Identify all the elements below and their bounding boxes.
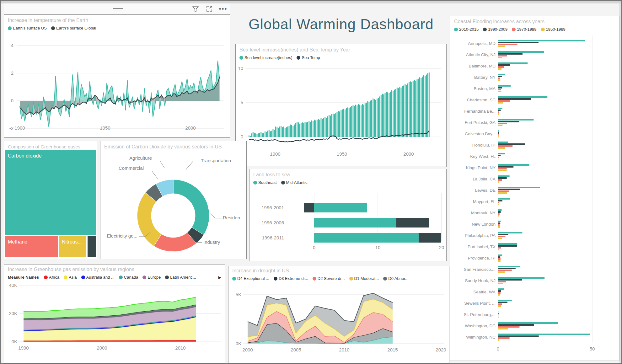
land-loss-bar[interactable] [396, 218, 429, 228]
sea-level-bar[interactable] [289, 126, 290, 137]
flooding-bar[interactable] [498, 85, 511, 87]
sea-level-bar[interactable] [262, 133, 263, 137]
legend-item[interactable]: Earth's surface US [8, 26, 47, 30]
legend-item[interactable]: Southeast [253, 180, 277, 185]
filter-icon[interactable] [191, 5, 200, 13]
sea-level-bar[interactable] [283, 126, 284, 137]
sea-level-bar[interactable] [254, 133, 255, 137]
flooding-bar[interactable] [498, 177, 507, 179]
land-loss-bar[interactable] [314, 218, 396, 228]
sea-level-bar[interactable] [255, 133, 256, 137]
flooding-bar[interactable] [498, 236, 505, 237]
sea-level-bar[interactable] [351, 106, 352, 137]
donut-slice[interactable] [173, 179, 209, 235]
sea-level-bar[interactable] [391, 90, 392, 137]
sea-level-bar[interactable] [331, 114, 332, 137]
flooding-bar[interactable] [498, 226, 500, 228]
sea-level-bar[interactable] [422, 77, 423, 137]
sea-level-bar[interactable] [305, 122, 306, 137]
sea-level-bar[interactable] [367, 101, 368, 137]
legend-item[interactable]: Asia [64, 275, 77, 280]
flooding-bar[interactable] [498, 76, 502, 77]
sea-level-bar[interactable] [401, 88, 402, 137]
sea-level-bar[interactable] [427, 73, 428, 137]
sea-level-bar[interactable] [327, 116, 328, 137]
flooding-bar[interactable] [498, 42, 539, 43]
flooding-bar[interactable] [498, 200, 502, 201]
sea-level-bar[interactable] [385, 93, 386, 137]
flooding-bar[interactable] [498, 132, 499, 134]
sea-level-bar[interactable] [405, 84, 405, 137]
flooding-bar[interactable] [498, 256, 500, 258]
flooding-bar[interactable] [498, 270, 512, 271]
flooding-bar[interactable] [498, 79, 500, 81]
flooding-bar[interactable] [498, 245, 517, 247]
more-options-icon[interactable]: ••• [219, 5, 227, 13]
flooding-bar[interactable] [498, 170, 507, 171]
legend-item[interactable]: D3 Extreme dr... [274, 276, 308, 281]
flooding-bar[interactable] [498, 279, 522, 281]
sea-level-bar[interactable] [362, 104, 363, 137]
flooding-bar[interactable] [498, 328, 508, 329]
sea-level-bar[interactable] [308, 121, 309, 137]
sea-level-bar[interactable] [366, 103, 367, 137]
sea-level-bar-chart[interactable]: 0510190019502000 [236, 60, 446, 163]
flooding-bar[interactable] [498, 254, 502, 256]
sea-level-bar[interactable] [292, 126, 293, 137]
flooding-bar[interactable] [498, 100, 510, 102]
flooding-bar[interactable] [498, 108, 502, 109]
flooding-bar[interactable] [498, 157, 499, 158]
sea-level-bar[interactable] [278, 128, 279, 137]
co2-sectors-donut-chart[interactable]: TransportationResiden...IndustryElectric… [100, 150, 246, 258]
flooding-bar[interactable] [498, 121, 519, 122]
land-loss-bar[interactable] [304, 203, 314, 212]
sea-level-bar[interactable] [258, 133, 259, 137]
sea-level-bar[interactable] [409, 82, 410, 137]
flooding-bar[interactable] [498, 300, 512, 301]
flooding-bar[interactable] [498, 313, 499, 314]
flooding-bar[interactable] [498, 288, 504, 290]
sea-level-bar[interactable] [306, 122, 307, 137]
flooding-bar[interactable] [498, 198, 510, 200]
sea-level-bar[interactable] [358, 104, 359, 137]
sea-level-bar[interactable] [417, 79, 418, 137]
flooding-bar[interactable] [498, 266, 520, 267]
legend-item[interactable]: Africa [44, 275, 59, 280]
flooding-bar[interactable] [498, 326, 519, 328]
sea-level-bar[interactable] [339, 111, 340, 137]
sea-level-bar[interactable] [414, 80, 415, 137]
sea-level-bar[interactable] [333, 114, 334, 137]
sea-level-bar[interactable] [314, 120, 315, 137]
sea-level-bar[interactable] [361, 105, 362, 137]
sea-level-bar[interactable] [334, 114, 335, 137]
sea-level-bar[interactable] [285, 128, 286, 137]
sea-level-bar[interactable] [342, 110, 343, 137]
sea-level-bar[interactable] [294, 125, 295, 137]
flooding-bar[interactable] [498, 166, 513, 168]
flooding-bar[interactable] [498, 334, 590, 335]
sea-level-bar[interactable] [387, 92, 388, 137]
flooding-bar[interactable] [498, 175, 510, 177]
flooding-bar[interactable] [498, 51, 544, 53]
flooding-bar[interactable] [498, 215, 499, 217]
flooding-bar[interactable] [498, 232, 522, 233]
legend-item[interactable]: Canada [119, 275, 138, 280]
flooding-bar[interactable] [498, 324, 534, 326]
sea-level-bar[interactable] [271, 131, 272, 137]
sea-level-bar[interactable] [374, 99, 375, 137]
flooding-bar[interactable] [498, 168, 507, 169]
sea-level-bar[interactable] [321, 118, 322, 137]
flooding-bar[interactable] [498, 249, 499, 250]
sea-level-bar[interactable] [265, 131, 265, 137]
sea-level-bar[interactable] [373, 99, 373, 137]
legend-scroll-arrow-icon[interactable]: ▶ [218, 275, 221, 280]
sea-level-bar[interactable] [270, 131, 271, 137]
flooding-bar[interactable] [498, 123, 507, 124]
sea-level-bar[interactable] [425, 76, 426, 137]
sea-level-bar[interactable] [279, 126, 280, 137]
sea-level-bar[interactable] [275, 126, 276, 137]
flooding-bar[interactable] [498, 303, 502, 305]
greenhouse-treemap[interactable]: Carbon dioxideMethaneNitrous... [4, 149, 97, 257]
flooding-bar[interactable] [498, 290, 501, 292]
legend-item[interactable]: 1970-1989 [512, 27, 536, 32]
